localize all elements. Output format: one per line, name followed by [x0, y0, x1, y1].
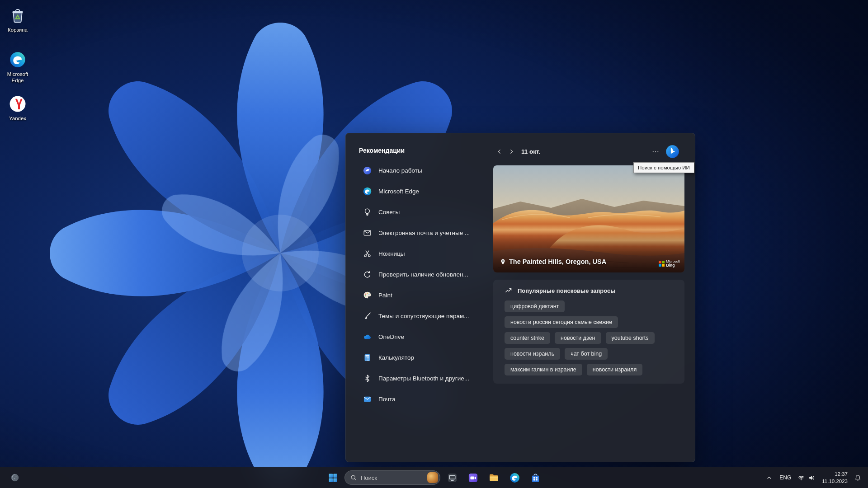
brush-icon — [363, 311, 372, 321]
hidden-icons-button[interactable] — [763, 469, 776, 486]
rec-item-themes[interactable]: Темы и сопутствующие парам... — [359, 305, 490, 326]
rec-item-label: Paint — [378, 292, 392, 299]
daily-date: 11 окт. — [521, 148, 540, 155]
getting-started-icon — [363, 166, 372, 175]
trending-query-pill[interactable]: youtube shorts — [606, 332, 655, 344]
more-options-button[interactable] — [649, 146, 662, 157]
rec-item-bluetooth-settings[interactable]: Параметры Bluetooth и другие... — [359, 368, 490, 389]
taskbar-search-box[interactable] — [344, 470, 440, 485]
store-button[interactable] — [526, 469, 544, 487]
rec-item-getting-started[interactable]: Начало работы — [359, 160, 490, 181]
edge-desktop-icon[interactable]: Microsoft Edge — [1, 51, 34, 84]
recommendations-list: Начало работы Microsoft Edge Советы Элек… — [359, 160, 490, 409]
quick-settings-button[interactable] — [795, 469, 818, 486]
desktop-icon-label: Корзина — [8, 27, 28, 33]
camera-app-icon — [467, 472, 479, 483]
rec-item-paint[interactable]: Paint — [359, 285, 490, 305]
calculator-icon — [363, 353, 372, 362]
rec-item-calculator[interactable]: Калькулятор — [359, 347, 490, 368]
more-options-icon — [651, 148, 660, 156]
language-indicator[interactable]: ENG — [777, 469, 794, 486]
next-day-button[interactable] — [505, 145, 518, 158]
painted-hills-image — [493, 165, 684, 272]
search-input[interactable] — [361, 474, 424, 481]
trending-queries: цифровой диктант новости россии сегодня … — [505, 300, 673, 375]
prev-day-button[interactable] — [493, 145, 505, 158]
system-tray: ENG 12:37 11.10.2023 — [763, 467, 864, 488]
trending-header: Популярные поисковые запросы — [505, 286, 673, 295]
trending-query-pill[interactable]: новости россии сегодня самые свежие — [505, 316, 618, 328]
rec-item-label: Проверить наличие обновлен... — [378, 271, 468, 278]
volume-icon — [808, 474, 816, 482]
rec-item-label: Темы и сопутствующие парам... — [378, 313, 469, 319]
notifications-button[interactable] — [851, 469, 864, 486]
recommendations-column: Рекомендации Начало работы Microsoft Edg… — [359, 147, 490, 409]
trending-query-pill[interactable]: новости израиля — [587, 364, 642, 375]
edge-taskbar-button[interactable] — [505, 469, 524, 487]
weather-widget-button[interactable] — [7, 470, 23, 485]
brand-line-2: Bing — [666, 263, 680, 268]
rec-item-onedrive[interactable]: OneDrive — [359, 326, 490, 347]
windows-logo-icon — [327, 472, 339, 483]
trending-query-pill[interactable]: counter strike — [505, 332, 550, 344]
search-highlight-thumbnail[interactable] — [427, 472, 438, 483]
rec-item-check-updates[interactable]: Проверить наличие обновлен... — [359, 264, 490, 285]
paint-palette-icon — [363, 291, 372, 300]
file-explorer-button[interactable] — [485, 469, 503, 487]
trending-query-pill[interactable]: цифровой диктант — [505, 300, 565, 312]
desktop: Корзина Microsoft Edge Yandex Рекомендац… — [0, 0, 868, 488]
mail-outline-icon — [363, 228, 372, 238]
taskbar: ENG 12:37 11.10.2023 — [0, 467, 868, 488]
daily-column: 11 окт. Поиск с помощью ИИ — [493, 133, 684, 462]
task-view-button[interactable] — [443, 469, 461, 487]
rec-item-edge[interactable]: Microsoft Edge — [359, 181, 490, 202]
monitor-app-icon — [447, 472, 458, 483]
microsoft-logo-icon — [659, 261, 665, 267]
rec-item-mail-accounts[interactable]: Электронная почта и учетные ... — [359, 222, 490, 243]
wifi-icon — [797, 474, 805, 482]
rec-item-label: Калькулятор — [378, 354, 414, 361]
trending-query-pill[interactable]: новости дзен — [555, 332, 601, 344]
yandex-icon — [9, 95, 27, 113]
daily-image-card[interactable]: The Painted Hills, Oregon, USA Microsoft… — [493, 165, 684, 272]
trending-query-pill[interactable]: чат бот bing — [565, 348, 608, 360]
trending-arrow-icon — [505, 286, 513, 295]
start-button[interactable] — [324, 469, 342, 487]
daily-header: 11 окт. — [493, 145, 684, 159]
bell-icon — [854, 474, 862, 482]
clock-button[interactable]: 12:37 11.10.2023 — [819, 469, 850, 486]
trending-query-pill[interactable]: максим галкин в израиле — [505, 364, 582, 375]
bing-ai-search-button[interactable] — [665, 145, 679, 159]
edge-icon — [509, 472, 520, 483]
onedrive-cloud-icon — [363, 332, 372, 342]
desktop-icon-label: Microsoft Edge — [1, 71, 34, 84]
yandex-desktop-icon[interactable]: Yandex — [1, 95, 34, 122]
refresh-icon — [363, 270, 372, 279]
search-icon — [350, 474, 357, 481]
store-bag-icon — [530, 472, 541, 483]
rec-item-label: Параметры Bluetooth и другие... — [378, 375, 469, 382]
recommendations-title: Рекомендации — [359, 147, 490, 154]
rec-item-label: Начало работы — [378, 167, 422, 174]
taskbar-center — [324, 467, 544, 488]
rec-item-mail-app[interactable]: Почта — [359, 389, 490, 409]
rec-item-tips[interactable]: Советы — [359, 202, 490, 222]
chevron-right-icon — [508, 148, 515, 155]
recycle-bin-icon — [9, 6, 27, 24]
ai-search-tooltip: Поиск с помощью ИИ — [633, 162, 694, 173]
moon-weather-icon — [10, 473, 20, 483]
microsoft-bing-brand: Microsoft Bing — [659, 260, 680, 268]
edge-icon — [363, 187, 372, 196]
folder-icon — [488, 472, 500, 483]
recycle-bin-desktop-icon[interactable]: Корзина — [1, 6, 34, 33]
rec-item-label: Microsoft Edge — [378, 188, 419, 195]
rec-item-label: Почта — [378, 396, 396, 403]
mail-filled-icon — [363, 394, 372, 404]
trending-query-pill[interactable]: новости израиль — [505, 348, 560, 360]
chat-app-button[interactable] — [464, 469, 482, 487]
rec-item-label: Ножницы — [378, 250, 405, 257]
language-label: ENG — [779, 474, 791, 481]
rec-item-snipping-tool[interactable]: Ножницы — [359, 243, 490, 264]
chevron-up-icon — [765, 474, 773, 482]
rec-item-label: Электронная почта и учетные ... — [378, 230, 470, 236]
